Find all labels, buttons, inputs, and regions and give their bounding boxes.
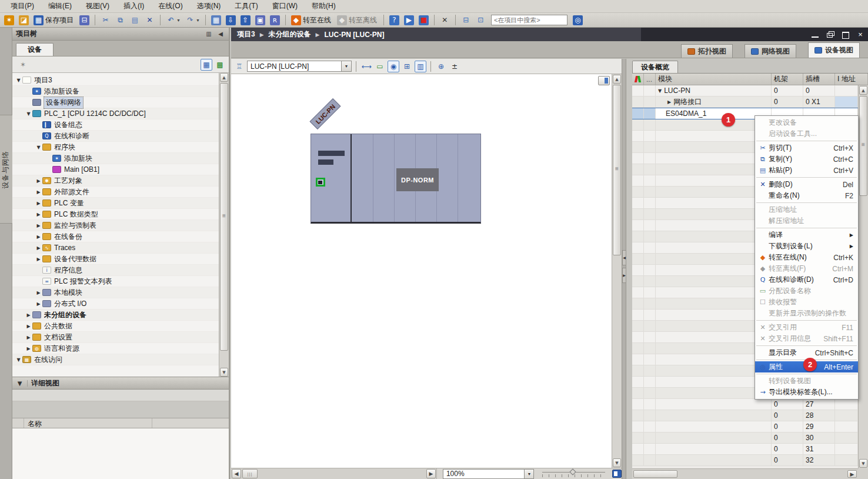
tree-item-程序信息[interactable]: i程序信息 [12,265,229,276]
tab-device-view[interactable]: 设备视图 [808,42,860,58]
scroll-down-icon[interactable]: ▼ [859,459,867,468]
scroll-up-icon[interactable]: ▲ [859,86,867,95]
menu-online[interactable]: 在线(O) [151,0,189,12]
chevron-down-icon[interactable]: ▼ [176,18,181,22]
tree-item-PLC 报警文本列表[interactable]: ≡PLC 报警文本列表 [12,276,229,287]
split-editor-icon[interactable] [598,76,610,85]
expander-open-icon[interactable]: ▼ [658,88,662,94]
module-cell[interactable]: ▼LUC-PN [656,85,772,96]
expander-open-icon[interactable]: ▼ [35,145,42,150]
details-view-icon[interactable]: ▦ [201,59,212,71]
scroll-down-icon[interactable]: ▼ [220,368,228,377]
expander-closed-icon[interactable]: ▶ [35,245,42,251]
collapse-panel-icon[interactable]: ◀ [216,30,225,38]
tree-item-分布式 I/O[interactable]: ▶分布式 I/O [12,298,229,310]
table-row[interactable]: 032 [632,455,858,466]
expander-closed-icon[interactable]: ▶ [35,257,42,262]
zoom-slider[interactable] [542,470,605,478]
upload-button[interactable]: ⇧ [239,14,252,26]
menu-insert[interactable]: 插入(I) [116,0,151,12]
tree-item-在线和诊断[interactable]: Q在线和诊断 [12,131,229,142]
table-row[interactable]: 031 [632,444,858,455]
collapse-right-icon[interactable]: ▶ [622,268,626,283]
expander-closed-icon[interactable]: ▶ [25,335,32,340]
breadcrumb-segment[interactable]: LUC-PN [LUC-PN] [323,31,386,39]
expander-closed-icon[interactable]: ▶ [25,324,32,329]
menu-view[interactable]: 视图(V) [79,0,116,12]
fit-to-view-icon[interactable] [612,470,622,478]
tree-item-Traces[interactable]: ▶∿Traces [12,242,229,254]
slot-column-header[interactable]: 插槽 [803,74,835,85]
split-horizontal-button[interactable]: ⊟ [459,14,473,26]
breadcrumb-segment[interactable]: 未分组的设备 [268,29,312,39]
diagnostics-button[interactable]: ? [388,14,401,26]
menu-item-show-catalog[interactable]: 显示目录Ctrl+Shift+C [755,347,858,358]
ethernet-port-icon[interactable] [316,178,325,187]
scroll-right-icon[interactable]: ▶ [847,470,857,478]
rack-column-header[interactable]: 机架 [772,74,803,85]
menu-window[interactable]: 窗口(W) [265,0,305,12]
pane-splitter[interactable]: ◀ ▶ [622,59,626,479]
device-module[interactable]: DP-NORM [311,134,481,224]
tree-item-PLC 数据类型[interactable]: ▶PLC 数据类型 [12,209,229,220]
tree-item-设备和网络[interactable]: 设备和网络 [12,97,229,108]
expander-open-icon[interactable]: ▼ [15,357,22,362]
table-row[interactable]: 030 [632,433,858,444]
chevron-down-icon[interactable]: ▼ [524,470,533,478]
overview-vertical-scrollbar[interactable]: ▲ ▼ [858,85,868,468]
expander-closed-icon[interactable]: ▶ [35,178,42,184]
add-new-device-icon[interactable]: ✶ [17,59,29,71]
maximize-button[interactable] [841,31,850,38]
start-simulation-button[interactable]: ▶ [402,14,416,26]
expander-closed-icon[interactable]: ▶ [35,223,42,228]
menu-item-go-online[interactable]: ◆转至在线(N)Ctrl+K [755,252,858,263]
device-canvas[interactable]: LUC-PN DP-NORM [231,74,622,468]
table-row[interactable]: 029 [632,421,858,433]
menu-options[interactable]: 选项(N) [190,0,228,12]
restore-button[interactable] [826,31,835,38]
tree-item-在线备份[interactable]: ▶在线备份 [12,231,229,242]
detail-view-header[interactable]: ▼ 详细视图 [12,377,229,390]
expander-closed-icon[interactable]: ▶ [35,201,42,206]
zoom-levels-icon[interactable]: ± [449,61,460,72]
chevron-down-icon[interactable]: ▼ [196,18,200,22]
menu-item-download-to-device[interactable]: 下载到设备(L)▶ [755,241,858,252]
tree-vertical-scrollbar[interactable]: ▲ ▼ [219,73,229,377]
menu-tools[interactable]: 工具(T) [228,0,265,12]
stop-cpu-button[interactable]: ʀ [268,14,282,26]
tree-item-监控与强制表[interactable]: ▶监控与强制表 [12,220,229,231]
device-select[interactable]: LUC-PN [LUC-PN] ▼ [247,61,352,72]
address-column-header[interactable]: I 地址 [835,74,868,85]
print-button[interactable]: ⊟ [78,14,91,26]
device-name-tag[interactable]: LUC-PN [309,98,340,129]
paste-button[interactable]: ▤ [128,14,142,26]
hscroll-thumb[interactable] [633,470,677,478]
expander-open-icon[interactable]: ▼ [15,78,22,83]
tab-devices[interactable]: 设备 [16,43,54,56]
expander-closed-icon[interactable]: ▶ [667,99,671,105]
expander-open-icon[interactable]: ▼ [25,111,32,117]
copy-button[interactable]: ⧉ [113,14,127,26]
tree-item-添加新设备[interactable]: ✶添加新设备 [12,86,229,97]
measure-icon[interactable]: ⟷ [360,61,372,72]
menu-item-cut[interactable]: ✂剪切(T)Ctrl+X [755,142,858,154]
module-cell[interactable] [656,399,772,410]
tab-network-view[interactable]: 网络视图 [745,44,796,58]
scroll-up-icon[interactable]: ▲ [220,73,228,82]
tree-item-设备代理数据[interactable]: ▶设备代理数据 [12,254,229,265]
tree-item-本地模块[interactable]: ▶本地模块 [12,287,229,298]
tab-device-overview[interactable]: 设备概览 [632,61,678,73]
menu-project[interactable]: 项目(P) [4,0,41,12]
tree-item-公共数据[interactable]: ▶公共数据 [12,321,229,332]
tree-item-设备组态[interactable]: ▎设备组态 [12,119,229,131]
tree-item-PLC 变量[interactable]: ▶PLC 变量 [12,198,229,209]
table-row[interactable]: 027 [632,399,858,410]
chevron-down-icon[interactable]: ▼ [12,380,28,387]
tree-item-文档设置[interactable]: ▶文档设置 [12,332,229,343]
expander-closed-icon[interactable]: ▶ [35,234,42,239]
tree-item-添加新块[interactable]: ✶添加新块 [12,153,229,164]
redo-button[interactable]: ↷▼ [183,14,202,26]
tab-topology-view[interactable]: 拓扑视图 [681,44,733,58]
canvas-horizontal-scrollbar[interactable]: ◀ ▶ [231,468,437,479]
new-project-button[interactable]: ✶ [2,14,16,26]
